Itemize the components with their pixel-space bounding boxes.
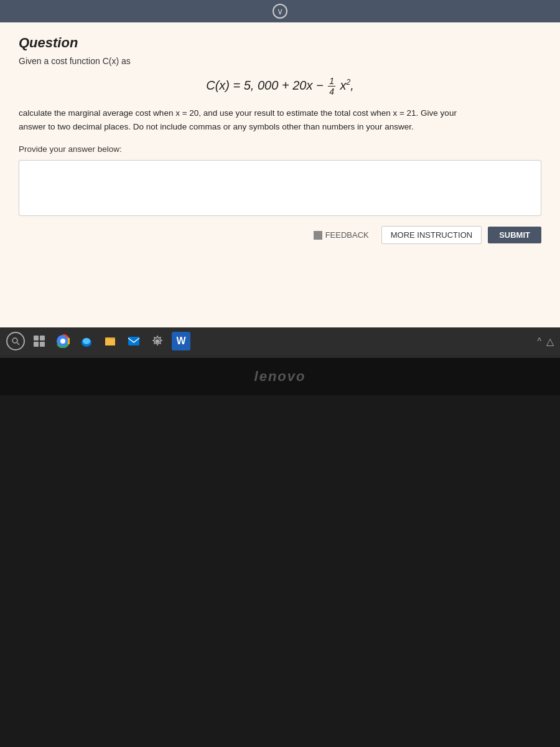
answer-input-box[interactable] [19, 160, 541, 216]
taskbar-edge-button[interactable] [77, 332, 96, 350]
content-area: Question Given a cost function C(x) as C… [0, 22, 560, 327]
svg-point-0 [12, 338, 17, 343]
provide-label: Provide your answer below: [19, 144, 541, 154]
taskbar-mail-button[interactable] [124, 332, 143, 350]
taskbar-filemanager-button[interactable] [101, 332, 119, 350]
svg-rect-8 [105, 339, 115, 345]
svg-line-1 [17, 343, 20, 345]
top-bar: ∨ [0, 0, 560, 22]
fraction: 1 4 [328, 76, 335, 96]
taskbar-settings-button[interactable] [148, 332, 167, 350]
svg-point-3 [60, 339, 65, 344]
submit-button[interactable]: SUBMIT [488, 227, 541, 243]
svg-point-10 [156, 339, 159, 343]
taskbar-search-button[interactable] [6, 332, 25, 350]
taskbar-chrome-button[interactable] [54, 332, 72, 350]
button-row: FEEDBACK MORE INSTRUCTION SUBMIT [19, 226, 541, 244]
grid-icon [34, 336, 45, 347]
question-subtitle: Given a cost function C(x) as [19, 56, 541, 66]
more-instruction-button[interactable]: MORE INSTRUCTION [381, 226, 482, 244]
lenovo-logo: lenovo [254, 369, 306, 385]
notification-icon[interactable]: △ [546, 336, 554, 347]
svg-point-5 [83, 338, 90, 344]
question-title: Question [19, 35, 541, 51]
chevron-down-icon[interactable]: ∨ [273, 4, 287, 19]
logo-area: lenovo [0, 358, 560, 395]
word-icon: W [176, 336, 185, 347]
svg-rect-9 [128, 337, 139, 345]
feedback-icon [314, 231, 322, 240]
formula-area: C(x) = 5, 000 + 20x − 1 4 x2, [19, 76, 541, 96]
taskbar-taskview-button[interactable] [30, 332, 49, 350]
taskbar: W ^ △ [0, 327, 560, 355]
keyboard-area: ⏻ F5 → F6 ⊿ F7 - F8 - F9 ⚙ F10 🔍 F11 ▭ [0, 395, 560, 747]
system-tray-expand[interactable]: ^ [537, 336, 541, 346]
taskbar-word-button[interactable]: W [172, 332, 190, 350]
formula-text: C(x) = 5, 000 + 20x − 1 4 x2, [206, 78, 354, 92]
question-body: calculate the marginal average cost when… [19, 106, 541, 133]
feedback-button[interactable]: FEEDBACK [307, 227, 375, 243]
